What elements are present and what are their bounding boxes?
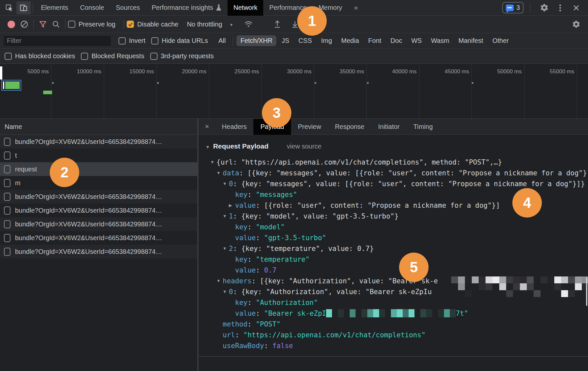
issues-counter[interactable]: 3 — [502, 2, 524, 13]
detail-tab-preview[interactable]: Preview — [291, 119, 328, 135]
checkbox-label[interactable]: 3rd-party requests — [161, 52, 214, 60]
disclosure-down-icon[interactable]: ▼ — [223, 211, 229, 221]
filter-type-js[interactable]: JS — [278, 35, 293, 46]
hide-data-urls-label[interactable]: Hide data URLs — [162, 37, 208, 44]
request-row[interactable]: bundle?OrgId=XV6W2&UserId=6653842998874… — [0, 203, 197, 217]
request-checkbox[interactable] — [4, 206, 10, 215]
checkbox-label[interactable]: Has blocked cookies — [15, 52, 75, 60]
disable-cache-label[interactable]: Disable cache — [137, 21, 178, 28]
json-tree-row[interactable]: value: "Bearer sk-eZpI7t" — [198, 308, 588, 319]
invert-label[interactable]: Invert — [129, 37, 145, 44]
has-blocked-cookies-checkbox[interactable] — [5, 53, 12, 60]
3rd-party-requests-checkbox[interactable] — [150, 53, 157, 60]
detail-tab-headers[interactable]: Headers — [215, 119, 254, 135]
network-overview-timeline[interactable]: 5000 ms10000 ms15000 ms20000 ms25000 ms3… — [0, 64, 588, 119]
json-tree-row[interactable]: ▼data: [{key: "messages", value: [{role:… — [198, 168, 588, 179]
request-checkbox[interactable] — [4, 138, 10, 146]
disclosure-down-icon[interactable]: ▼ — [210, 157, 216, 168]
filter-type-font[interactable]: Font — [364, 35, 385, 46]
json-tree-row[interactable]: key: "temperature" — [198, 254, 588, 265]
throttling-select[interactable]: No throttling — [187, 21, 222, 28]
filter-type-ws[interactable]: WS — [407, 35, 426, 46]
request-checkbox[interactable] — [4, 234, 10, 242]
import-har-icon[interactable] — [271, 18, 284, 31]
disclosure-down-icon[interactable]: ▼ — [223, 287, 229, 297]
network-settings-gear-icon[interactable] — [570, 18, 583, 31]
filter-type-img[interactable]: Img — [317, 35, 336, 46]
search-icon[interactable] — [49, 18, 63, 31]
json-tree-row[interactable]: value: "gpt-3.5-turbo" — [198, 233, 588, 243]
json-tree-row[interactable]: ▼2: {key: "temperature", value: 0.7} — [198, 243, 588, 254]
request-row[interactable]: m — [0, 176, 197, 190]
record-button[interactable] — [5, 18, 18, 31]
settings-gear-icon[interactable] — [537, 1, 551, 14]
blocked-requests-checkbox[interactable] — [81, 53, 88, 60]
disclosure-down-icon[interactable]: ▼ — [223, 179, 229, 189]
request-row[interactable]: bundle?OrgId=XV6W2&UserId=6653842998874… — [0, 245, 197, 258]
request-checkbox[interactable] — [4, 193, 10, 201]
filter-type-wasm[interactable]: Wasm — [427, 35, 453, 46]
device-toolbar-icon[interactable] — [16, 1, 31, 14]
request-row[interactable]: bundle?OrgId=XV6W2&UserId=6653842998874… — [0, 135, 197, 149]
timeline-request-bar[interactable] — [43, 91, 52, 94]
json-tree-row[interactable]: key: "Authorization" — [198, 297, 588, 308]
disclosure-triangle-icon[interactable]: ▼ — [206, 145, 210, 150]
filter-type-doc[interactable]: Doc — [387, 35, 406, 46]
detail-tab-timing[interactable]: Timing — [407, 119, 440, 135]
preserve-log-label[interactable]: Preserve log — [79, 21, 115, 28]
request-checkbox[interactable] — [4, 165, 10, 173]
request-checkbox[interactable] — [4, 220, 10, 228]
tab-sources[interactable]: Sources — [110, 0, 146, 16]
filter-type-fetch-xhr[interactable]: Fetch/XHR — [236, 35, 276, 46]
request-checkbox[interactable] — [4, 151, 10, 160]
clear-network-log-icon[interactable] — [18, 18, 31, 31]
filter-type-media[interactable]: Media — [337, 35, 363, 46]
disclosure-right-icon[interactable]: ▶ — [229, 200, 235, 211]
scrollbar-thumb[interactable] — [586, 277, 587, 306]
json-tree-row[interactable]: ▼{url: "https://api.openai.com/v1/chat/c… — [198, 157, 588, 168]
json-tree-row[interactable]: url: "https://api.openai.com/v1/chat/com… — [198, 330, 588, 341]
more-tabs-icon[interactable]: » — [348, 0, 364, 16]
checkbox-label[interactable]: Blocked Requests — [91, 52, 144, 60]
request-row[interactable]: t — [0, 149, 197, 162]
filter-type-manifest[interactable]: Manifest — [454, 35, 487, 46]
tab-performance-insights[interactable]: Performance insights — [146, 0, 228, 16]
filter-input[interactable] — [3, 35, 111, 46]
close-devtools-icon[interactable] — [569, 1, 583, 14]
disable-cache-checkbox[interactable] — [127, 21, 134, 28]
hide-data-urls-checkbox[interactable] — [151, 37, 158, 44]
tab-network[interactable]: Network — [228, 0, 263, 16]
timeline-selection-handle[interactable] — [0, 66, 2, 80]
detail-tab-initiator[interactable]: Initiator — [371, 119, 407, 135]
filter-funnel-icon[interactable] — [36, 18, 49, 31]
tab-elements[interactable]: Elements — [35, 0, 74, 16]
disclosure-down-icon[interactable]: ▼ — [223, 243, 229, 254]
detail-tab-response[interactable]: Response — [328, 119, 371, 135]
preserve-log-checkbox[interactable] — [68, 21, 75, 28]
invert-checkbox[interactable] — [119, 37, 126, 44]
request-row[interactable]: request — [0, 162, 197, 176]
close-detail-icon[interactable]: × — [198, 122, 215, 131]
timeline-selected-request-bar[interactable] — [1, 80, 21, 91]
chevron-down-icon[interactable]: ▼ — [230, 23, 233, 27]
more-options-icon[interactable] — [556, 1, 564, 14]
json-tree-row[interactable]: key: "model" — [198, 222, 588, 233]
json-tree-row[interactable]: value: 0.7 — [198, 265, 588, 276]
request-checkbox[interactable] — [4, 179, 10, 187]
json-tree-row[interactable]: useRawBody: false — [198, 341, 588, 351]
inspect-element-icon[interactable] — [2, 1, 16, 14]
json-tree-row[interactable]: ▼0: {key: "messages", value: [{role: "us… — [198, 179, 588, 189]
request-checkbox[interactable] — [4, 248, 10, 256]
filter-type-css[interactable]: CSS — [295, 35, 316, 46]
request-row[interactable]: bundle?OrgId=XV6W2&UserId=6653842998874… — [0, 217, 197, 231]
tab-console[interactable]: Console — [74, 0, 110, 16]
network-conditions-icon[interactable] — [242, 18, 255, 31]
filter-type-other[interactable]: Other — [488, 35, 513, 46]
disclosure-down-icon[interactable]: ▼ — [216, 276, 223, 286]
request-row[interactable]: bundle?OrgId=XV6W2&UserId=6653842998874… — [0, 190, 197, 203]
request-row[interactable]: bundle?OrgId=XV6W2&UserId=6653842998874… — [0, 231, 197, 245]
name-column-header[interactable]: Name — [0, 119, 197, 135]
filter-type-all[interactable]: All — [214, 35, 230, 46]
json-tree-row[interactable]: method: "POST" — [198, 319, 588, 330]
view-source-link[interactable]: view source — [287, 143, 322, 150]
